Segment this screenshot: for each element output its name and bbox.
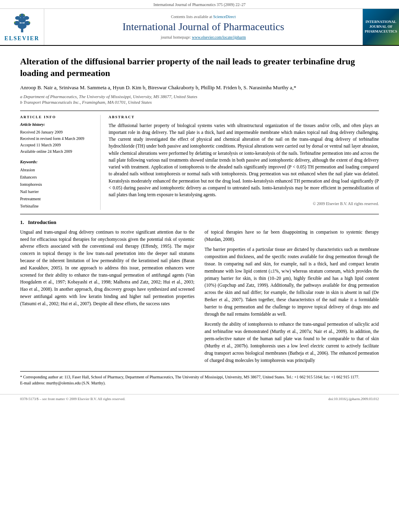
svg-rect-0 — [21, 29, 23, 32]
svg-point-9 — [29, 22, 30, 23]
journal-title-section: Contents lists available at ScienceDirec… — [44, 9, 363, 45]
article-history-label: Article history: — [20, 122, 94, 127]
keywords-list: AbrasionEnhancersIontophoresisNail barri… — [20, 166, 94, 210]
date-accepted: Accepted 11 March 2009 — [20, 142, 94, 148]
keyword-item: Enhancers — [20, 174, 94, 181]
contents-label: Contents lists available at — [171, 14, 212, 19]
intro-para-1: Ungual and trans-ungual drug delivery co… — [20, 229, 195, 308]
footer-doi: doi:10.1016/j.ijpharm.2009.03.012 — [328, 397, 379, 401]
footer: 0378-5173/$ – see front matter © 2009 El… — [0, 394, 399, 403]
badge-line2: JOURNAL OF — [365, 25, 397, 29]
section-1-number: 1. — [20, 219, 24, 225]
intro-para-2: of topical therapies have so far been di… — [205, 229, 379, 243]
svg-point-2 — [14, 21, 20, 25]
keywords-label: Keywords: — [20, 160, 94, 164]
journal-badge: INTERNATIONAL JOURNAL OF PHARMACEUTICS — [363, 18, 399, 36]
affiliation-a: a Department of Pharmaceutics, The Unive… — [20, 94, 379, 99]
svg-point-7 — [19, 14, 25, 18]
elsevier-label: ELSEVIER — [4, 35, 39, 42]
copyright-line: © 2009 Elsevier B.V. All rights reserved… — [109, 201, 379, 206]
intro-para-3: The barrier properties of a particular t… — [205, 246, 379, 318]
journal-homepage: journal homepage: www.elsevier.com/locat… — [161, 35, 246, 39]
section-1-col1: Ungual and trans-ungual drug delivery co… — [20, 229, 195, 368]
homepage-label: journal homepage: — [161, 35, 191, 39]
date-available: Available online 24 March 2009 — [20, 148, 94, 155]
article-dates: Received 26 January 2009 Received in rev… — [20, 129, 94, 155]
svg-point-3 — [24, 21, 30, 25]
keyword-item: Nail barrier — [20, 188, 94, 195]
elsevier-tree-icon — [10, 12, 34, 34]
keywords-section: Keywords: AbrasionEnhancersIontophoresis… — [20, 160, 94, 210]
elsevier-logo: ELSEVIER — [4, 12, 39, 42]
journal-reference-bar: International Journal of Pharmaceutics 3… — [0, 0, 399, 9]
badge-line3: PHARMACEUTICS — [365, 29, 397, 34]
keyword-item: Pretreatment — [20, 195, 94, 203]
journal-ref-text: International Journal of Pharmaceutics 3… — [154, 2, 246, 7]
journal-title: International Journal of Pharmaceutics — [122, 21, 284, 33]
star-footnote: * Corresponding author at: 113, Faser Ha… — [20, 374, 379, 380]
article-info-heading: ARTICLE INFO — [20, 115, 94, 119]
homepage-url[interactable]: www.elsevier.com/locate/ijpharm — [192, 35, 246, 39]
date-received: Received 26 January 2009 — [20, 129, 94, 136]
keyword-item: Iontophoresis — [20, 181, 94, 188]
intro-para-4: Recently the ability of iontophoresis to… — [205, 321, 379, 364]
elsevier-logo-section: ELSEVIER — [0, 9, 44, 45]
page: International Journal of Pharmaceutics 3… — [0, 0, 399, 532]
svg-point-8 — [14, 22, 15, 23]
sciencedirect-link[interactable]: ScienceDirect — [213, 14, 236, 19]
section-1-heading: Introduction — [28, 219, 57, 225]
abstract-text: The diffusional barrier property of biol… — [109, 122, 379, 199]
abstract-column: ABSTRACT The diffusional barrier propert… — [109, 115, 379, 210]
section-introduction: 1. Introduction Ungual and trans-ungual … — [20, 214, 379, 368]
keyword-item: Terbinafine — [20, 203, 94, 210]
section-1-col2: of topical therapies have so far been di… — [205, 229, 379, 368]
keyword-item: Abrasion — [20, 166, 94, 174]
section-1-title: 1. Introduction — [20, 219, 379, 226]
badge-line1: INTERNATIONAL — [365, 20, 397, 25]
abstract-heading: ABSTRACT — [109, 115, 379, 119]
article-title: Alteration of the diffusional barrier pr… — [20, 56, 379, 79]
footnotes: * Corresponding author at: 113, Faser Ha… — [20, 371, 379, 386]
email-footnote: E-mail address: murthy@olemiss.edu (S.N.… — [20, 380, 379, 386]
contents-line: Contents lists available at ScienceDirec… — [171, 14, 236, 19]
article-info-column: ARTICLE INFO Article history: Received 2… — [20, 115, 101, 210]
authors: Anroop B. Nair a, Srinivasa M. Sammeta a… — [20, 84, 379, 92]
affiliation-b: b Transport Pharmaceuticals Inc., Framin… — [20, 100, 379, 105]
date-received-revised: Received in revised form 4 March 2009 — [20, 136, 94, 142]
svg-point-11 — [23, 14, 25, 16]
svg-point-10 — [19, 14, 21, 16]
section-1-body: Ungual and trans-ungual drug delivery co… — [20, 229, 379, 368]
article-info-abstract-section: ARTICLE INFO Article history: Received 2… — [20, 111, 379, 210]
journal-header: ELSEVIER Contents lists available at Sci… — [0, 9, 399, 46]
main-content: Alteration of the diffusional barrier pr… — [0, 46, 399, 394]
journal-badge-section: INTERNATIONAL JOURNAL OF PHARMACEUTICS — [363, 9, 399, 45]
footer-issn: 0378-5173/$ – see front matter © 2009 El… — [20, 397, 125, 401]
